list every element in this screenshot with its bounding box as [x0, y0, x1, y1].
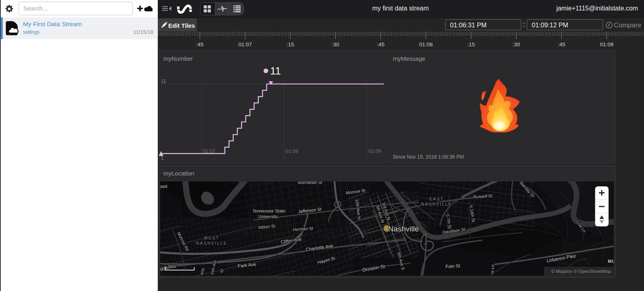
- svg-text:University: University: [258, 214, 278, 219]
- svg-text:MU: MU: [608, 259, 614, 264]
- svg-text:Tennessee State: Tennessee State: [252, 208, 285, 213]
- svg-text:01:07: 01:07: [238, 41, 252, 47]
- svg-text::45: :45: [558, 41, 566, 47]
- svg-text::45: :45: [196, 41, 204, 47]
- svg-text:01:08: 01:08: [419, 41, 433, 47]
- svg-text:Buchanan St: Buchanan St: [298, 182, 322, 185]
- svg-text:11: 11: [270, 65, 281, 77]
- svg-text::30: :30: [512, 41, 520, 47]
- svg-text:NASHVILLE: NASHVILLE: [421, 202, 452, 206]
- svg-text:1: 1: [161, 155, 164, 161]
- svg-text:01:08: 01:08: [286, 149, 298, 154]
- svg-text:1km: 1km: [168, 264, 176, 269]
- svg-text:01:09: 01:09: [600, 41, 614, 47]
- svg-text:01:09: 01:09: [368, 149, 381, 154]
- svg-text::45: :45: [377, 41, 384, 47]
- svg-text:EAST: EAST: [429, 197, 444, 201]
- svg-text:port: port: [160, 184, 168, 189]
- svg-text:Fain St: Fain St: [445, 263, 460, 269]
- svg-text:rs Ln: rs Ln: [489, 264, 495, 274]
- svg-text:WEST: WEST: [204, 236, 220, 240]
- svg-text:© Mapbox © OpenStreetMap: © Mapbox © OpenStreetMap: [551, 269, 611, 274]
- svg-text::15: :15: [287, 41, 294, 47]
- svg-text::15: :15: [467, 41, 475, 47]
- svg-text:11: 11: [161, 78, 166, 84]
- svg-text::30: :30: [332, 41, 339, 47]
- svg-text:Nashville: Nashville: [388, 225, 419, 233]
- svg-text:NASHVILLE: NASHVILLE: [196, 241, 227, 246]
